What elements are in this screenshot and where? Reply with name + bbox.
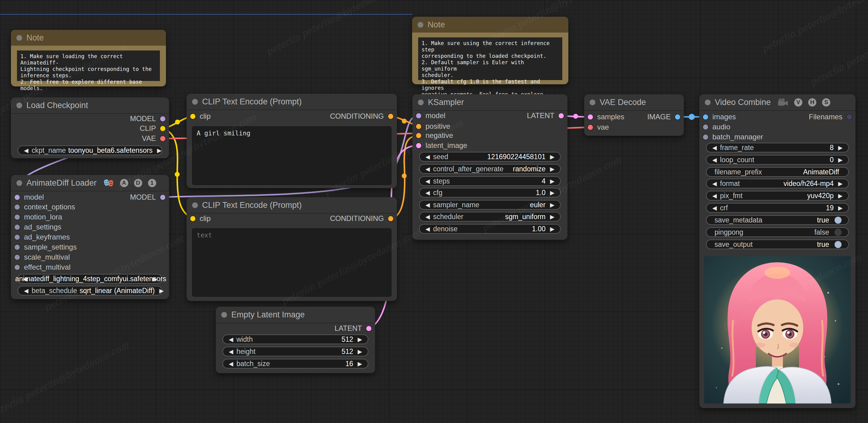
input-slot-scale-multival[interactable]: scale_multival <box>14 252 70 262</box>
node-header[interactable]: KSampler <box>412 94 567 111</box>
slot-port-icon[interactable] <box>14 265 20 270</box>
format-widget[interactable]: ◀ format video/h264-mp4 ▶ <box>706 179 849 188</box>
output-slot-conditioning[interactable]: CONDITIONING <box>330 214 393 223</box>
cfg-widget[interactable]: ◀ cfg 1.0 ▶ <box>419 188 561 198</box>
slot-port-icon[interactable] <box>14 235 20 240</box>
output-slot-clip[interactable]: CLIP <box>140 123 165 133</box>
steps-widget[interactable]: ◀ steps 4 ▶ <box>419 176 561 186</box>
animatediff-loader-node[interactable]: AnimateDiff Loader A D 1 model context <box>11 175 169 299</box>
conditioning-port-icon[interactable] <box>416 133 421 138</box>
collapse-dot-icon[interactable] <box>417 22 423 28</box>
load-checkpoint-node[interactable]: Load Checkpoint MODEL CLIP VAE ◀ ckpt_na… <box>11 97 169 158</box>
node-header[interactable]: VAE Decode <box>584 94 684 111</box>
toggle-on-icon[interactable] <box>835 241 842 248</box>
input-slot-clip[interactable]: clip <box>190 214 211 223</box>
video-combine-node[interactable]: Video Combine V H S images audio batch_m… <box>699 94 856 408</box>
input-slot-model[interactable]: model <box>416 111 445 120</box>
decrement-arrow-icon[interactable]: ◀ <box>423 189 432 196</box>
latent-port-icon[interactable] <box>588 114 593 120</box>
link-dot[interactable] <box>573 114 578 119</box>
slot-port-icon[interactable] <box>703 124 708 130</box>
increment-arrow-icon[interactable]: ▶ <box>157 287 166 294</box>
note-text[interactable]: 1. Make sure loading the correct Animate… <box>17 51 160 81</box>
slot-port-icon[interactable] <box>14 255 20 260</box>
collapse-dot-icon[interactable] <box>590 100 595 105</box>
increment-arrow-icon[interactable]: ▶ <box>836 204 845 211</box>
filename-prefix-widget[interactable]: filename_prefix AnimateDiff <box>706 167 849 177</box>
slot-port-icon[interactable] <box>14 245 20 250</box>
increment-arrow-icon[interactable]: ▶ <box>548 225 556 232</box>
decrement-arrow-icon[interactable]: ◀ <box>423 166 432 172</box>
denoise-widget[interactable]: ◀ denoise 1.00 ▶ <box>419 224 561 234</box>
input-slot-batch-manager[interactable]: batch_manager <box>703 132 763 142</box>
vae-port-icon[interactable] <box>160 136 165 141</box>
conditioning-port-icon[interactable] <box>388 114 393 119</box>
clip-port-icon[interactable] <box>160 126 165 131</box>
output-slot-conditioning[interactable]: CONDITIONING <box>330 111 393 121</box>
increment-arrow-icon[interactable]: ▶ <box>548 189 556 196</box>
note-text[interactable]: 1. Make sure using the correct inference… <box>418 37 562 80</box>
input-slot-positive[interactable]: positive <box>416 121 450 131</box>
save-output-toggle[interactable]: save_output true <box>706 239 849 249</box>
vae-decode-node[interactable]: VAE Decode samples vae IMAGE <box>584 94 684 136</box>
model-port-icon[interactable] <box>14 195 20 200</box>
input-slot-samples[interactable]: samples <box>588 112 624 122</box>
note-header[interactable]: Note <box>412 17 568 33</box>
vae-port-icon[interactable] <box>588 125 593 130</box>
batch-size-widget[interactable]: ◀ batch_size 16 ▶ <box>222 359 368 369</box>
output-slot-filenames[interactable]: Filenames <box>809 112 852 122</box>
decrement-arrow-icon[interactable]: ◀ <box>423 178 432 185</box>
increment-arrow-icon[interactable]: ▶ <box>548 166 556 172</box>
image-port-icon[interactable] <box>675 114 680 120</box>
output-slot-latent[interactable]: LATENT <box>335 323 371 333</box>
decrement-arrow-icon[interactable]: ◀ <box>423 213 432 220</box>
output-slot-model[interactable]: MODEL <box>130 114 165 123</box>
link-dot[interactable] <box>175 120 180 124</box>
decrement-arrow-icon[interactable]: ◀ <box>710 157 719 163</box>
output-slot-vae[interactable]: VAE <box>142 134 165 143</box>
ksampler-node[interactable]: KSampler model positive negative latent_… <box>412 94 567 240</box>
image-port-icon[interactable] <box>703 114 708 120</box>
decrement-arrow-icon[interactable]: ◀ <box>22 287 30 294</box>
input-slot-negative[interactable]: negative <box>416 131 453 140</box>
conditioning-port-icon[interactable] <box>388 216 393 221</box>
increment-arrow-icon[interactable]: ▶ <box>355 360 364 367</box>
control-after-generate-widget[interactable]: ◀ control_after_generate randomize ▶ <box>419 164 561 174</box>
decrement-arrow-icon[interactable]: ◀ <box>710 144 719 151</box>
collapse-dot-icon[interactable] <box>17 180 22 186</box>
node-header[interactable]: CLIP Text Encode (Prompt) <box>187 197 397 214</box>
link-dot[interactable] <box>402 119 407 123</box>
increment-arrow-icon[interactable]: ▶ <box>355 348 364 355</box>
link-dot[interactable] <box>402 173 407 178</box>
output-slot-image[interactable]: IMAGE <box>647 112 680 122</box>
decrement-arrow-icon[interactable]: ◀ <box>710 204 719 211</box>
toggle-off-icon[interactable] <box>835 229 842 236</box>
increment-arrow-icon[interactable]: ▶ <box>836 144 845 151</box>
collapse-dot-icon[interactable] <box>705 100 711 105</box>
increment-arrow-icon[interactable]: ▶ <box>355 336 364 343</box>
prompt-textarea[interactable]: text <box>192 228 392 297</box>
crf-widget[interactable]: ◀ crf 19 ▶ <box>706 203 849 213</box>
increment-arrow-icon[interactable]: ▶ <box>836 157 845 163</box>
loop-count-widget[interactable]: ◀ loop_count 0 ▶ <box>706 155 849 165</box>
decrement-arrow-icon[interactable]: ◀ <box>423 225 432 232</box>
input-slot-effect-multival[interactable]: effect_multival <box>14 262 70 272</box>
collapse-dot-icon[interactable] <box>17 35 22 41</box>
decrement-arrow-icon[interactable]: ◀ <box>227 360 235 367</box>
collapse-dot-icon[interactable] <box>192 99 198 105</box>
width-widget[interactable]: ◀ width 512 ▶ <box>222 334 368 344</box>
ckpt-name-widget[interactable]: ◀ ckpt_name toonyou_beta6.safetensors ▶ <box>18 145 162 155</box>
increment-arrow-icon[interactable]: ▶ <box>836 192 845 199</box>
output-slot-latent[interactable]: LATENT <box>527 111 564 120</box>
empty-latent-image-node[interactable]: Empty Latent Image LATENT ◀ width 512 ▶ … <box>216 307 375 373</box>
height-widget[interactable]: ◀ height 512 ▶ <box>222 347 368 356</box>
node-header[interactable]: Video Combine V H S <box>699 94 856 111</box>
increment-arrow-icon[interactable]: ▶ <box>548 178 556 185</box>
node-header[interactable]: CLIP Text Encode (Prompt) <box>187 94 397 110</box>
save-metadata-toggle[interactable]: save_metadata true <box>706 215 849 225</box>
decrement-arrow-icon[interactable]: ◀ <box>227 336 235 343</box>
conditioning-port-icon[interactable] <box>416 124 421 129</box>
node-header[interactable]: Empty Latent Image <box>216 307 375 323</box>
input-slot-clip[interactable]: clip <box>190 111 211 121</box>
filenames-port-icon[interactable] <box>847 114 852 120</box>
